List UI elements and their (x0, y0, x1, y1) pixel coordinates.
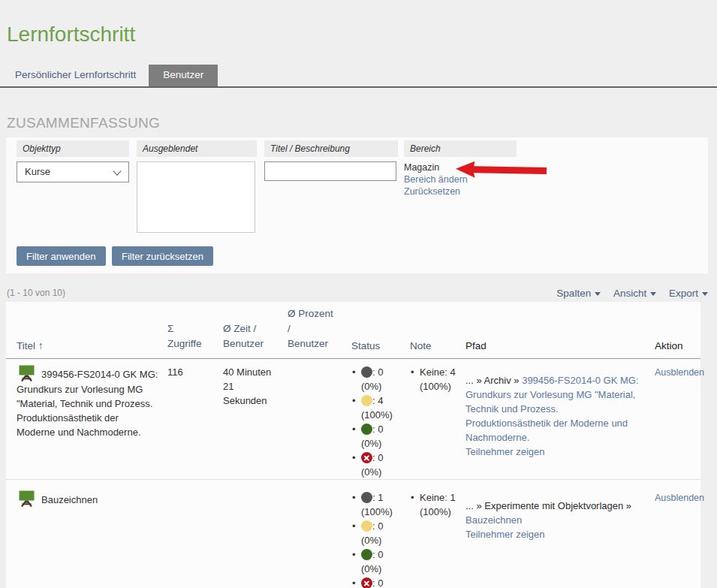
zeit-cell (223, 490, 288, 588)
titel-cell: Bauzeichnen (17, 490, 167, 588)
status-item: : 0 (0%) (351, 576, 401, 588)
aktion-cell: Ausblenden (655, 365, 700, 479)
zugriffe-cell: 116 (167, 365, 223, 479)
tab-benutzer[interactable]: Benutzer (149, 65, 218, 86)
filter-group-titel-beschreibung: Titel / Beschreibung (264, 140, 398, 181)
note-item: Keine: 4 (100%) (410, 365, 456, 394)
status-completed-icon (361, 549, 372, 560)
note-cell: Keine: 4 (100%) (410, 365, 465, 479)
ausgeblendet-listbox[interactable] (137, 161, 255, 233)
status-item: : 0 (0%) (351, 519, 401, 547)
ausblenden-link[interactable]: Ausblenden (655, 493, 704, 503)
status-item: : 1 (100%) (351, 490, 401, 519)
titel-beschreibung-label: Titel / Beschreibung (264, 140, 398, 157)
titel-beschreibung-input[interactable] (264, 161, 396, 181)
column-header-aktion: Aktion (655, 340, 700, 351)
status-not-attempted-icon (361, 492, 372, 503)
table-toolbar: (1 - 10 von 10) Spalten Ansicht Export (0, 273, 717, 302)
column-header-status[interactable]: Status (351, 340, 410, 351)
status-item: : 0 (0%) (351, 451, 401, 479)
column-header-zugriffe[interactable]: Σ Zugriffe (167, 321, 223, 351)
sort-ascending-icon: ↑ (38, 339, 44, 351)
status-item: : 0 (0%) (351, 547, 401, 576)
status-item: : 0 (0%) (351, 365, 401, 394)
bereich-label: Bereich (404, 140, 517, 157)
objekttyp-selected-value: Kurse (25, 166, 50, 177)
filter-zuruecksetzen-button[interactable]: Filter zurücksetzen (112, 246, 213, 266)
objekttyp-select[interactable]: Kurse (17, 161, 129, 182)
table-row: 399456-FS2014-0 GK MG: Grundkurs zur Vor… (6, 359, 700, 480)
aktion-cell: Ausblenden (655, 490, 700, 588)
course-title: Bauzeichnen (41, 494, 98, 505)
caret-down-icon (595, 292, 601, 296)
pfad-prefix: ... » Archiv » (465, 375, 522, 386)
ausblenden-link[interactable]: Ausblenden (655, 367, 704, 378)
status-not-attempted-icon (361, 366, 372, 378)
column-header-pfad: Pfad (465, 340, 655, 351)
table-header-row: Titel ↑ Σ Zugriffe Ø Zeit / Benutzer Ø P… (6, 302, 700, 359)
teilnehmer-zeigen-link[interactable]: Teilnehmer zeigen (465, 527, 646, 541)
filter-group-ausgeblendet: Ausgeblendet (137, 140, 257, 233)
export-menu-label: Export (669, 288, 698, 299)
tab-persoenlicher-lernfortschritt[interactable]: Persönlicher Lernfortschritt (15, 65, 136, 86)
caret-down-icon (650, 292, 656, 296)
spalten-menu-label: Spalten (556, 288, 591, 299)
summary-heading: ZUSAMMENFASSUNG (7, 115, 717, 131)
course-icon (17, 365, 37, 382)
status-cell: : 0 (0%) : 4 (100%) : 0 (0%) : 0 (0%) (351, 365, 410, 479)
ansicht-menu[interactable]: Ansicht (613, 288, 656, 299)
column-header-note[interactable]: Note (410, 340, 465, 351)
status-in-progress-icon (361, 520, 372, 532)
red-arrow-annotation (455, 159, 549, 182)
status-item: : 0 (0%) (351, 422, 401, 451)
teilnehmer-zeigen-link[interactable]: Teilnehmer zeigen (465, 445, 646, 459)
note-cell: Keine: 1 (100%) (410, 490, 465, 588)
filter-group-objekttyp: Objekttyp Kurse (17, 140, 129, 182)
pfad-prefix: ... » Experimente mit Objektvorlagen » (465, 500, 631, 511)
status-in-progress-icon (361, 395, 372, 406)
prozent-cell (288, 365, 351, 479)
note-item: Keine: 1 (100%) (410, 490, 456, 519)
results-table: Titel ↑ Σ Zugriffe Ø Zeit / Benutzer Ø P… (6, 302, 700, 588)
column-header-zeit[interactable]: Ø Zeit / Benutzer (223, 321, 288, 351)
prozent-cell (288, 490, 351, 588)
course-icon (17, 490, 37, 508)
status-failed-icon (361, 452, 372, 463)
course-title: 399456-FS2014-0 GK MG: Grundkurs zur Vor… (17, 369, 158, 438)
ansicht-menu-label: Ansicht (613, 288, 646, 299)
result-range: (1 - 10 von 10) (7, 288, 65, 298)
status-completed-icon (361, 424, 372, 435)
table-row: Bauzeichnen : 1 (100%) : 0 (0%) : 0 (0%)… (6, 480, 700, 588)
objekttyp-label: Objekttyp (17, 140, 129, 157)
spalten-menu[interactable]: Spalten (556, 288, 601, 299)
filter-panel: Objekttyp Kurse Ausgeblendet Titel / Bes… (6, 137, 708, 273)
filter-buttons: Filter anwenden Filter zurücksetzen (17, 246, 708, 266)
zugriffe-cell (167, 490, 223, 588)
zeit-cell: 40 Minuten 21 Sekunden (223, 365, 288, 479)
export-menu[interactable]: Export (669, 288, 708, 299)
page-title: Lernfortschritt (0, 0, 717, 47)
zuruecksetzen-link[interactable]: Zurücksetzen (404, 185, 517, 198)
chevron-down-icon (113, 167, 121, 175)
column-header-titel-label: Titel (17, 340, 35, 351)
caret-down-icon (702, 292, 708, 296)
pfad-cell: ... » Experimente mit Objektvorlagen » B… (465, 490, 655, 588)
pfad-course-link[interactable]: Bauzeichnen (465, 514, 522, 526)
table-menus: Spalten Ansicht Export (547, 288, 708, 299)
ausgeblendet-label: Ausgeblendet (137, 140, 257, 157)
pfad-cell: ... » Archiv » 399456-FS2014-0 GK MG: Gr… (465, 365, 655, 479)
column-header-prozent[interactable]: Ø Prozent / Benutzer (288, 306, 351, 351)
status-cell: : 1 (100%) : 0 (0%) : 0 (0%) : 0 (0%) (351, 490, 410, 588)
tab-bar: Persönlicher Lernfortschritt Benutzer (0, 65, 717, 88)
titel-cell: 399456-FS2014-0 GK MG: Grundkurs zur Vor… (17, 365, 167, 479)
status-failed-icon (361, 577, 372, 588)
filter-anwenden-button[interactable]: Filter anwenden (17, 246, 106, 266)
column-header-titel[interactable]: Titel ↑ (17, 339, 167, 351)
status-item: : 4 (100%) (351, 394, 401, 422)
